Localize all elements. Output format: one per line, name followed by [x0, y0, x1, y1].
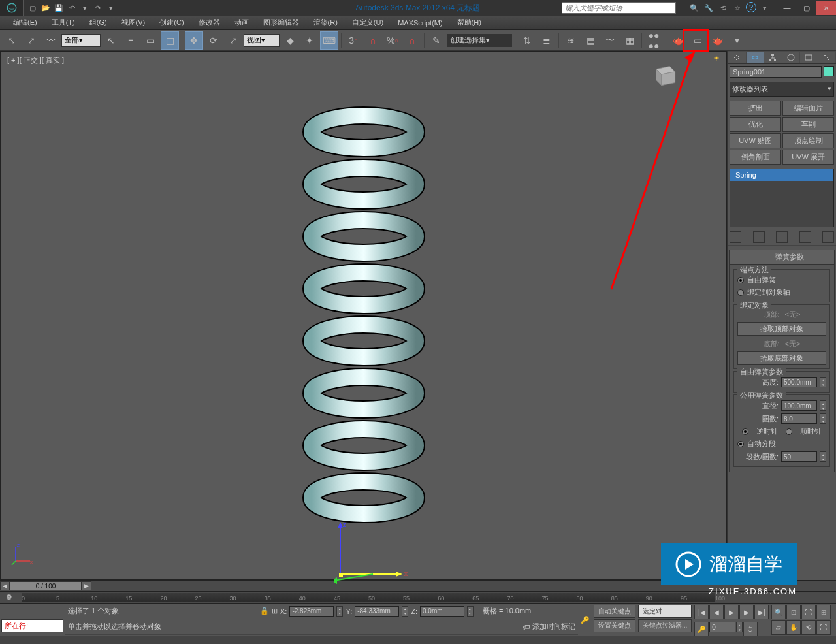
next-frame-icon[interactable]: ▶: [739, 605, 754, 619]
stack-item-spring[interactable]: Spring: [730, 169, 833, 181]
create-tab[interactable]: [728, 52, 746, 63]
save-icon[interactable]: 💾: [53, 2, 65, 14]
select-by-name-icon[interactable]: ≡: [121, 31, 140, 50]
help-icon[interactable]: ?: [746, 2, 756, 12]
prev-frame-button[interactable]: ◀: [0, 581, 10, 590]
scale-icon[interactable]: ⤢: [224, 31, 242, 50]
rectangle-select-icon[interactable]: ▭: [141, 31, 159, 50]
fov-icon[interactable]: ▱: [771, 620, 786, 635]
angle-snap-icon[interactable]: ∩: [364, 31, 382, 50]
z-coord-input[interactable]: 0.0mm: [420, 606, 464, 617]
close-button[interactable]: [816, 1, 836, 15]
minimize-button[interactable]: —: [777, 1, 797, 15]
selected-filter-dropdown[interactable]: 选定对: [638, 605, 692, 618]
new-icon[interactable]: ▢: [27, 2, 39, 14]
spinner-buttons[interactable]: ▴▾: [820, 400, 826, 411]
search-icon[interactable]: 🔍: [688, 2, 700, 14]
keyboard-shortcut-icon[interactable]: ⌨: [320, 31, 338, 50]
link-icon[interactable]: ⤡: [3, 31, 21, 50]
x-coord-input[interactable]: -2.825mm: [289, 606, 334, 617]
spinner-buttons[interactable]: ▴▾: [820, 377, 826, 387]
spinner-buttons[interactable]: ▴▾: [820, 413, 826, 424]
menu-animation[interactable]: 动画: [228, 16, 255, 29]
spinner-buttons[interactable]: ▴▾: [820, 451, 826, 462]
current-frame-input[interactable]: 0: [709, 622, 735, 632]
viewcube[interactable]: [648, 58, 681, 91]
viewport-label[interactable]: [ + ][ 正交 ][ 真实 ]: [7, 56, 64, 65]
render-icon[interactable]: 🫖: [708, 31, 726, 50]
modifier-stack[interactable]: Spring: [730, 169, 834, 227]
spinner-snap-icon[interactable]: ∩: [403, 31, 421, 50]
mirror-icon[interactable]: ⇅: [518, 31, 536, 50]
dropdown-icon[interactable]: ▾: [79, 2, 91, 14]
spring-object[interactable]: [298, 80, 429, 551]
pick-bottom-button[interactable]: 拾取底部对象: [737, 351, 826, 365]
modify-tab[interactable]: [747, 52, 764, 63]
menu-rendering[interactable]: 渲染(R): [307, 16, 344, 29]
manipulate-icon[interactable]: ✦: [300, 31, 319, 50]
menu-modifiers[interactable]: 修改器: [192, 16, 227, 29]
menu-customize[interactable]: 自定义(U): [346, 16, 390, 29]
dropdown-icon[interactable]: ▾: [759, 2, 771, 14]
ruler-track[interactable]: 0510152025303540455055606570758085909510…: [22, 593, 715, 602]
move-gizmo[interactable]: x y z: [334, 522, 438, 600]
app-icon[interactable]: [0, 0, 24, 16]
key-filters-button[interactable]: 关键点过滤器...: [638, 619, 692, 632]
menu-tools[interactable]: 工具(T): [45, 16, 82, 29]
orbit-icon[interactable]: ⟲: [801, 620, 816, 635]
selection-filter-dropdown[interactable]: 全部 ▾: [61, 34, 101, 47]
layers-icon[interactable]: ≋: [562, 31, 580, 50]
radio-bind-axis[interactable]: 绑定到对象轴: [737, 286, 826, 298]
select-icon[interactable]: ↖: [102, 31, 120, 50]
set-key-button[interactable]: 设置关键点: [594, 619, 635, 632]
goto-start-icon[interactable]: |◀: [694, 605, 709, 619]
star-icon[interactable]: ☆: [732, 2, 743, 14]
tool-icon[interactable]: 🔧: [703, 2, 715, 14]
key-mode-icon[interactable]: 🔑: [694, 622, 709, 636]
lock-icon[interactable]: 🔒: [260, 607, 269, 615]
time-tag-icon[interactable]: 🏷: [522, 623, 530, 631]
light-icon[interactable]: ☀: [713, 54, 724, 65]
render-frame-icon[interactable]: ▭: [688, 31, 707, 50]
auto-key-button[interactable]: 自动关键点: [594, 605, 635, 618]
height-spinner[interactable]: 500.0mm: [781, 377, 817, 387]
mod-optimize[interactable]: 优化: [730, 117, 781, 132]
rollout-header[interactable]: -弹簧参数: [730, 250, 834, 265]
render-setup-icon[interactable]: 🫖: [669, 31, 687, 50]
radio-ccw[interactable]: [742, 428, 748, 435]
zoom-extents-all-icon[interactable]: ⊞: [816, 605, 831, 619]
prev-frame-icon[interactable]: ◀: [709, 605, 724, 619]
utilities-tab[interactable]: [818, 52, 836, 63]
render-dropdown-icon[interactable]: ▾: [728, 31, 746, 50]
snap-icon[interactable]: 3∩: [344, 31, 362, 50]
time-slider-handle[interactable]: 0 / 100: [10, 581, 82, 590]
mod-bevel-profile[interactable]: 倒角剖面: [730, 150, 781, 165]
menu-maxscript[interactable]: MAXScript(M): [391, 17, 449, 29]
undo-icon[interactable]: ↶: [66, 2, 78, 14]
absolute-mode-icon[interactable]: ⊞: [272, 607, 278, 615]
viewport[interactable]: [ + ][ 正交 ][ 真实 ] ☀: [0, 51, 727, 580]
pin-stack-icon[interactable]: [730, 231, 741, 243]
exchange-icon[interactable]: ⟲: [717, 2, 729, 14]
ref-coord-dropdown[interactable]: 视图 ▾: [244, 34, 280, 47]
redo-icon[interactable]: ↷: [92, 2, 104, 14]
mod-vertex-paint[interactable]: 顶点绘制: [782, 133, 834, 148]
named-selection-dropdown[interactable]: 创建选择集 ▾: [447, 34, 512, 47]
menu-help[interactable]: 帮助(H): [451, 16, 488, 29]
track-config-icon[interactable]: ⚙: [0, 593, 18, 602]
layer-manager-icon[interactable]: ▤: [581, 31, 600, 50]
menu-create[interactable]: 创建(C): [153, 16, 190, 29]
edit-named-icon[interactable]: ✎: [427, 31, 445, 50]
show-end-result-icon[interactable]: [753, 231, 765, 243]
window-crossing-icon[interactable]: ◫: [161, 31, 179, 50]
motion-tab[interactable]: [782, 52, 800, 63]
goto-end-icon[interactable]: ▶|: [754, 605, 769, 619]
menu-group[interactable]: 组(G): [83, 16, 114, 29]
zoom-all-icon[interactable]: ⊡: [786, 605, 801, 619]
pivot-icon[interactable]: ◆: [281, 31, 299, 50]
modifier-list-dropdown[interactable]: 修改器列表▾: [730, 82, 834, 97]
play-icon[interactable]: ▶: [724, 605, 739, 619]
curve-editor-icon[interactable]: 〜: [601, 31, 619, 50]
open-icon[interactable]: 📂: [40, 2, 52, 14]
radio-auto-seg[interactable]: [737, 441, 744, 447]
